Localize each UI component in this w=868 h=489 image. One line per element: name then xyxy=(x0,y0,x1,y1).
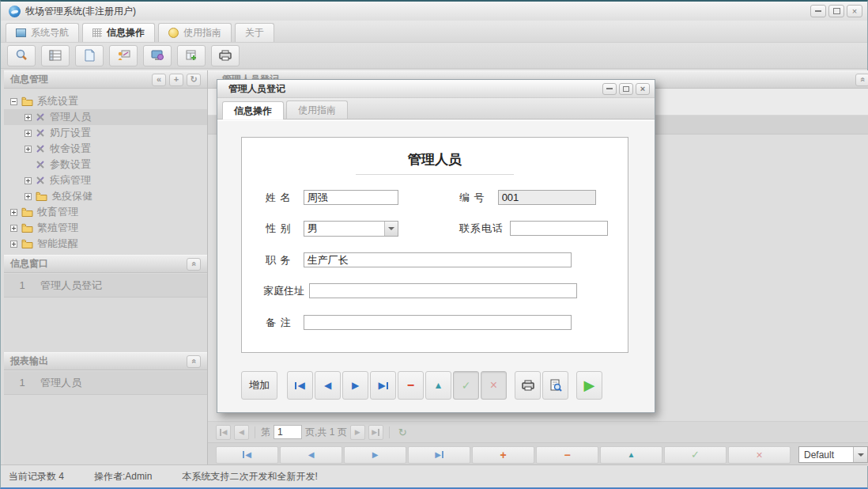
expand-expander-icon[interactable] xyxy=(25,193,32,200)
folder-icon xyxy=(21,239,33,248)
tree-item-system-settings[interactable]: 系统设置 xyxy=(4,93,207,109)
record-post-button[interactable]: ✓ xyxy=(664,446,726,464)
navigation-tree: 系统设置 管理人员 奶厅设置 牧舍设置 xyxy=(4,89,207,255)
restore-button[interactable] xyxy=(828,5,844,17)
dialog-titlebar: 管理人员登记 × xyxy=(217,80,655,98)
expand-expander-icon[interactable] xyxy=(25,177,32,184)
code-field[interactable] xyxy=(498,190,596,205)
first-record-button[interactable]: ◀ xyxy=(287,371,313,400)
name-field[interactable] xyxy=(304,190,398,205)
chevron-up-icon: « xyxy=(190,261,198,266)
folder-icon xyxy=(21,97,33,106)
record-prev-button[interactable]: ◀ xyxy=(280,446,342,464)
delete-record-button[interactable]: − xyxy=(398,371,424,400)
list-item-manager-registration[interactable]: 1 管理人员登记 xyxy=(4,274,207,298)
form-heading: 管理人员 xyxy=(242,150,628,169)
tree-item-milking-settings[interactable]: 奶厅设置 xyxy=(4,125,207,141)
gender-select[interactable]: 男 xyxy=(304,221,398,237)
print-preview-button[interactable] xyxy=(542,371,568,400)
table-add-button[interactable] xyxy=(177,45,206,66)
phone-field[interactable] xyxy=(510,221,608,236)
chevron-down-icon xyxy=(388,227,394,230)
preset-select[interactable]: Default xyxy=(798,446,868,463)
dialog-tab-user-guide[interactable]: 使用指南 xyxy=(286,100,348,119)
data-table-icon xyxy=(48,49,62,62)
prev-record-button[interactable]: ◀ xyxy=(315,371,341,400)
first-page-icon: ◀ xyxy=(222,428,228,436)
refresh-page-button[interactable]: ↻ xyxy=(395,425,410,440)
tree-item-managers[interactable]: 管理人员 xyxy=(4,109,207,125)
cancel-record-button[interactable]: × xyxy=(481,371,507,400)
add-button[interactable]: 增加 xyxy=(241,371,277,400)
record-cancel-button[interactable]: × xyxy=(728,446,791,464)
next-page-button[interactable]: ▶ xyxy=(350,425,365,440)
minimize-button[interactable] xyxy=(810,5,826,17)
last-record-button[interactable]: ▶ xyxy=(370,371,396,400)
record-add-button[interactable]: + xyxy=(472,446,534,464)
dialog-body: 管理人员 姓 名 编 号 性 别 男 xyxy=(217,120,655,412)
minus-icon: − xyxy=(407,378,414,392)
expand-expander-icon[interactable] xyxy=(10,241,17,248)
dialog-maximize-button[interactable] xyxy=(619,83,633,95)
note-field[interactable] xyxy=(304,315,572,330)
record-first-button[interactable]: ◀ xyxy=(216,446,278,464)
tree-item-livestock-management[interactable]: 牧畜管理 xyxy=(4,204,207,220)
dropdown-button[interactable] xyxy=(853,447,867,462)
expand-expander-icon[interactable] xyxy=(10,209,17,216)
expand-expander-icon[interactable] xyxy=(25,130,32,137)
first-record-icon: ◀ xyxy=(245,450,251,459)
note-label: 备 注 xyxy=(266,316,292,330)
post-record-button[interactable]: ✓ xyxy=(453,371,479,400)
document-button[interactable] xyxy=(75,45,104,66)
prev-page-button[interactable]: ◀ xyxy=(234,425,249,440)
tree-item-disease-management[interactable]: 疾病管理 xyxy=(4,172,207,188)
window-title: 牧场管理系统(非注册用户) xyxy=(25,5,136,18)
edit-record-button[interactable]: ▲ xyxy=(425,371,451,400)
list-index: 1 xyxy=(4,279,40,291)
collapse-up-button[interactable]: « xyxy=(187,355,201,368)
next-record-button[interactable]: ▶ xyxy=(342,371,368,400)
printer-button[interactable] xyxy=(211,45,240,66)
collapse-up-button[interactable]: « xyxy=(187,258,201,271)
address-field[interactable] xyxy=(309,283,577,298)
monitor-button[interactable] xyxy=(143,45,172,66)
tab-info-operation[interactable]: 信息操作 xyxy=(82,23,155,42)
search-button[interactable] xyxy=(7,45,36,66)
status-message: 本系统支持二次开发和全新开发! xyxy=(182,470,317,483)
list-item-manager-report[interactable]: 1 管理人员 xyxy=(4,371,207,395)
tree-item-breeding-management[interactable]: 繁殖管理 xyxy=(4,220,207,236)
dialog-minimize-button[interactable] xyxy=(602,83,617,95)
staff-button[interactable] xyxy=(109,45,138,66)
collapse-up-button[interactable]: « xyxy=(855,74,868,86)
tab-about[interactable]: 关于 xyxy=(235,23,274,42)
add-node-button[interactable]: + xyxy=(169,74,183,86)
last-page-button[interactable]: ▶ xyxy=(368,425,383,440)
data-table-button[interactable] xyxy=(41,45,70,66)
search-document-icon xyxy=(14,49,28,62)
record-delete-button[interactable]: − xyxy=(536,446,598,464)
tree-item-smart-reminder[interactable]: 智能提醒 xyxy=(4,236,207,252)
record-last-button[interactable]: ▶ xyxy=(408,446,470,464)
dropdown-button[interactable] xyxy=(384,222,398,236)
expand-expander-icon[interactable] xyxy=(25,146,32,153)
run-report-button[interactable]: ▶ xyxy=(576,371,602,400)
tab-user-guide[interactable]: 使用指南 xyxy=(158,23,232,42)
expand-expander-icon[interactable] xyxy=(25,114,32,121)
record-next-button[interactable]: ▶ xyxy=(344,446,406,464)
expand-expander-icon[interactable] xyxy=(10,225,17,232)
dialog-close-button[interactable]: × xyxy=(636,83,650,95)
duty-field[interactable] xyxy=(304,252,572,267)
close-button[interactable]: × xyxy=(847,5,862,17)
collapse-left-button[interactable]: « xyxy=(152,74,166,86)
first-page-button[interactable]: ◀ xyxy=(216,425,231,440)
dialog-tab-info-operation[interactable]: 信息操作 xyxy=(222,101,284,119)
collapse-expander-icon[interactable] xyxy=(10,98,17,105)
tree-item-immunization[interactable]: 免疫保健 xyxy=(4,188,207,204)
tree-item-barn-settings[interactable]: 牧舍设置 xyxy=(4,141,207,157)
record-edit-button[interactable]: ▲ xyxy=(600,446,662,464)
tree-item-parameter-settings[interactable]: 参数设置 xyxy=(4,157,207,172)
print-button[interactable] xyxy=(515,371,541,400)
tab-system-nav[interactable]: 系统导航 xyxy=(6,23,79,42)
page-number-input[interactable] xyxy=(274,425,302,439)
refresh-tree-button[interactable]: ↻ xyxy=(187,74,201,86)
